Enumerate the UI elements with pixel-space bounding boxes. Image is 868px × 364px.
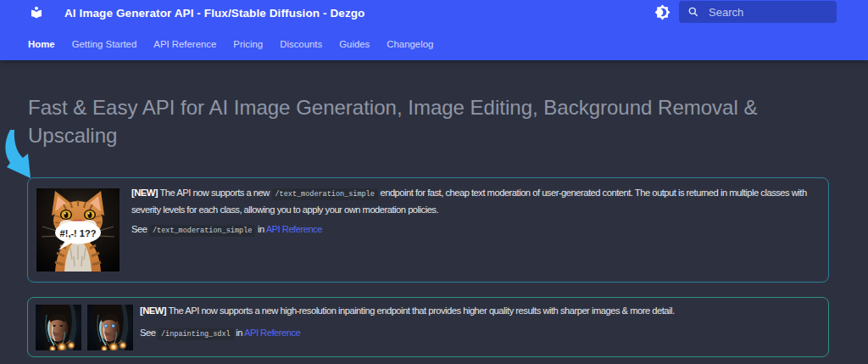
svg-text:#!,-! 1??: #!,-! 1??	[60, 228, 97, 238]
